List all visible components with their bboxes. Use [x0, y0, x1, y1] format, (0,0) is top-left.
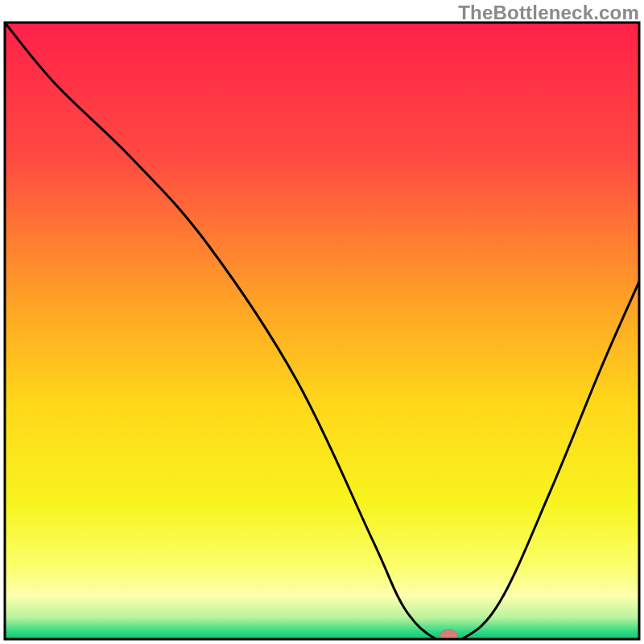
- bottleneck-chart: [0, 0, 644, 644]
- watermark-text: TheBottleneck.com: [458, 2, 639, 24]
- chart-container: TheBottleneck.com: [0, 0, 644, 644]
- gradient-background: [5, 23, 639, 639]
